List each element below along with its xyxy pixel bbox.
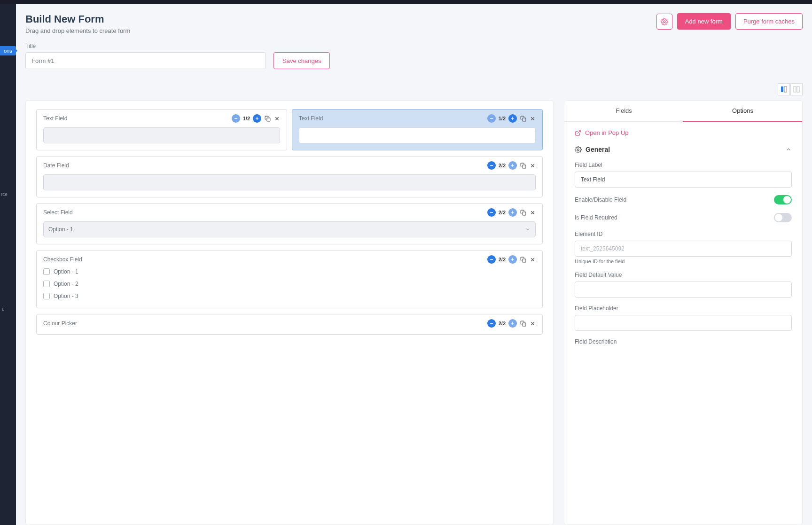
close-icon bbox=[530, 257, 536, 263]
checkbox-option[interactable]: Option - 1 bbox=[43, 268, 536, 275]
tab-fields[interactable]: Fields bbox=[564, 101, 683, 121]
width-increase-button[interactable]: + bbox=[508, 319, 517, 328]
description-label: Field Description bbox=[575, 338, 792, 345]
checkbox-icon bbox=[43, 281, 50, 287]
width-decrease-button[interactable]: − bbox=[487, 114, 496, 123]
select-preview[interactable]: Option - 1 bbox=[43, 221, 536, 237]
duplicate-button[interactable] bbox=[520, 115, 526, 122]
width-decrease-button[interactable]: − bbox=[487, 319, 496, 328]
sidebar: ons rce u bbox=[0, 4, 16, 525]
width-increase-button[interactable]: + bbox=[508, 114, 517, 123]
purge-caches-button[interactable]: Purge form caches bbox=[735, 13, 803, 30]
element-id-help: Unique ID for the field bbox=[575, 259, 792, 264]
element-id-input[interactable] bbox=[575, 241, 792, 257]
duplicate-button[interactable] bbox=[264, 115, 271, 122]
text-input-preview bbox=[43, 127, 280, 143]
title-label: Title bbox=[25, 43, 266, 49]
default-value-label: Field Default Value bbox=[575, 272, 792, 278]
checkbox-icon bbox=[43, 268, 50, 275]
close-icon bbox=[530, 163, 536, 169]
sidebar-item[interactable]: rce bbox=[1, 192, 8, 197]
sidebar-active-item[interactable]: ons bbox=[0, 46, 16, 55]
width-fraction: 1/2 bbox=[499, 116, 506, 121]
field-label-input[interactable] bbox=[575, 172, 792, 188]
save-changes-button[interactable]: Save changes bbox=[273, 52, 330, 69]
form-canvas: Text Field − 1/2 + bbox=[25, 100, 554, 525]
view-split-button[interactable] bbox=[778, 83, 790, 95]
width-fraction: 2/2 bbox=[499, 321, 506, 326]
required-field-toggle[interactable] bbox=[774, 213, 792, 222]
field-label: Colour Picker bbox=[43, 320, 77, 327]
open-popup-link[interactable]: Open in Pop Up bbox=[575, 129, 792, 136]
text-input-preview bbox=[299, 127, 536, 143]
field-date[interactable]: Date Field − 2/2 + bbox=[36, 156, 543, 197]
width-decrease-button[interactable]: − bbox=[487, 161, 496, 170]
delete-button[interactable] bbox=[529, 209, 536, 216]
field-text-2[interactable]: Text Field − 1/2 + bbox=[292, 109, 543, 150]
checkbox-option[interactable]: Option - 3 bbox=[43, 293, 536, 299]
field-label-label: Field Label bbox=[575, 162, 792, 168]
delete-button[interactable] bbox=[529, 256, 536, 263]
width-increase-button[interactable]: + bbox=[508, 255, 517, 264]
close-icon bbox=[274, 116, 280, 122]
delete-button[interactable] bbox=[529, 162, 536, 169]
enable-field-toggle[interactable] bbox=[774, 195, 792, 204]
copy-icon bbox=[520, 116, 526, 122]
width-decrease-button[interactable]: − bbox=[487, 208, 496, 217]
enable-field-label: Enable/Disable Field bbox=[575, 196, 626, 203]
close-icon bbox=[530, 210, 536, 216]
width-decrease-button[interactable]: − bbox=[487, 255, 496, 264]
delete-button[interactable] bbox=[529, 320, 536, 327]
field-select[interactable]: Select Field − 2/2 + Option - 1 bbox=[36, 203, 543, 244]
delete-button[interactable] bbox=[273, 115, 280, 122]
chevron-up-icon[interactable] bbox=[785, 146, 792, 153]
duplicate-button[interactable] bbox=[520, 162, 526, 169]
field-label: Checkbox Field bbox=[43, 256, 82, 263]
copy-icon bbox=[265, 116, 271, 122]
sidebar-item[interactable]: u bbox=[2, 306, 5, 312]
duplicate-button[interactable] bbox=[520, 256, 526, 263]
svg-rect-8 bbox=[522, 118, 525, 121]
field-label: Date Field bbox=[43, 162, 69, 169]
width-fraction: 2/2 bbox=[499, 163, 506, 168]
chevron-down-icon bbox=[525, 227, 531, 232]
svg-rect-17 bbox=[522, 259, 525, 262]
checkbox-option[interactable]: Option - 2 bbox=[43, 281, 536, 287]
field-colour-picker[interactable]: Colour Picker − 2/2 + bbox=[36, 314, 543, 335]
duplicate-button[interactable] bbox=[520, 209, 526, 216]
svg-rect-1 bbox=[781, 86, 783, 92]
width-increase-button[interactable]: + bbox=[253, 114, 261, 123]
width-fraction: 2/2 bbox=[499, 257, 506, 262]
external-link-icon bbox=[575, 130, 581, 136]
width-fraction: 2/2 bbox=[499, 210, 506, 215]
field-label: Text Field bbox=[299, 115, 323, 122]
placeholder-input[interactable] bbox=[575, 315, 792, 331]
width-increase-button[interactable]: + bbox=[508, 208, 517, 217]
width-increase-button[interactable]: + bbox=[508, 161, 517, 170]
view-single-button[interactable] bbox=[790, 83, 803, 95]
field-checkbox[interactable]: Checkbox Field − 2/2 + Option - 1 Option… bbox=[36, 250, 543, 308]
columns-muted-icon bbox=[793, 86, 800, 93]
duplicate-button[interactable] bbox=[520, 320, 526, 327]
svg-rect-5 bbox=[266, 118, 270, 121]
default-value-input[interactable] bbox=[575, 282, 792, 298]
delete-button[interactable] bbox=[529, 115, 536, 122]
add-form-button[interactable]: Add new form bbox=[677, 13, 731, 30]
copy-icon bbox=[520, 257, 526, 263]
copy-icon bbox=[520, 163, 526, 169]
open-popup-label: Open in Pop Up bbox=[585, 129, 629, 136]
checkbox-icon bbox=[43, 293, 50, 299]
svg-rect-11 bbox=[522, 165, 525, 168]
gear-icon bbox=[575, 146, 582, 153]
svg-rect-2 bbox=[784, 86, 787, 92]
width-decrease-button[interactable]: − bbox=[232, 114, 240, 123]
element-id-label: Element ID bbox=[575, 231, 792, 237]
settings-button[interactable] bbox=[656, 14, 672, 30]
tab-options[interactable]: Options bbox=[683, 101, 802, 122]
close-icon bbox=[530, 321, 536, 327]
date-input-preview bbox=[43, 174, 536, 190]
svg-rect-14 bbox=[522, 212, 525, 215]
field-text-1[interactable]: Text Field − 1/2 + bbox=[36, 109, 287, 150]
form-title-input[interactable] bbox=[25, 52, 266, 69]
close-icon bbox=[530, 116, 536, 122]
